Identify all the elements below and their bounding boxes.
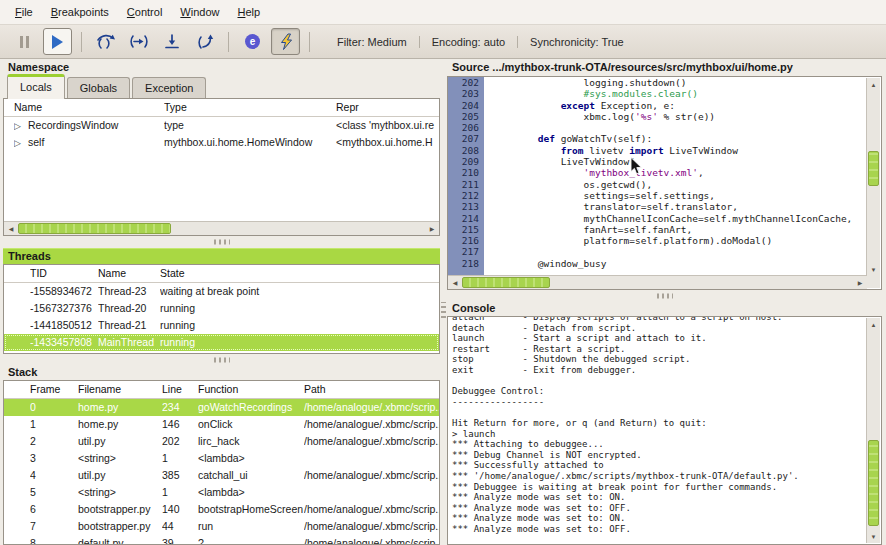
tab-exception[interactable]: Exception bbox=[132, 77, 206, 98]
source-line[interactable]: 217 bbox=[448, 246, 867, 257]
line-number-cell: 385 bbox=[162, 467, 198, 484]
splitter-namespace-threads[interactable] bbox=[3, 236, 440, 248]
menu-item-breakpoints[interactable]: Breakpoints bbox=[42, 3, 118, 21]
source-line[interactable]: 216 platform=self.platform).doModal() bbox=[448, 235, 867, 246]
source-line[interactable]: 215 fanArt=self.fanArt, bbox=[448, 224, 867, 235]
column-header[interactable]: TID bbox=[30, 265, 98, 282]
scroll-up-icon[interactable]: ▲ bbox=[867, 78, 880, 91]
column-header[interactable]: Name bbox=[98, 265, 160, 282]
thread-tid-cell: -1567327376 bbox=[30, 300, 98, 317]
thread-state-cell: running bbox=[160, 317, 439, 334]
trap-exceptions-button[interactable] bbox=[271, 28, 300, 55]
source-line[interactable]: 218 @window_busy bbox=[448, 258, 867, 269]
table-row[interactable]: -1567327376Thread-20running bbox=[4, 300, 439, 317]
go-button[interactable] bbox=[43, 28, 72, 55]
source-vscrollbar[interactable]: ▲ ▼ bbox=[866, 78, 880, 276]
splitter-vertical[interactable] bbox=[440, 58, 447, 545]
scroll-up-icon[interactable]: ▲ bbox=[867, 318, 880, 331]
menu-item-file[interactable]: File bbox=[6, 3, 42, 21]
break-button[interactable] bbox=[10, 28, 39, 55]
source-line[interactable]: 205 xbmc.log('%s' % str(e)) bbox=[448, 111, 867, 122]
thread-state-cell: running bbox=[160, 334, 439, 351]
table-row[interactable]: 0home.py234goWatchRecordings/home/analog… bbox=[4, 399, 439, 416]
table-row[interactable]: 4util.py385catchall_ui/home/analogue/.xb… bbox=[4, 467, 439, 484]
scroll-right-icon[interactable]: ▶ bbox=[853, 276, 867, 289]
table-row[interactable]: -1558934672Thread-23waiting at break poi… bbox=[4, 283, 439, 300]
source-line[interactable]: 208 from livetv import LiveTvWindow bbox=[448, 145, 867, 156]
thread-state-cell: waiting at break point bbox=[160, 283, 439, 300]
table-row[interactable]: 3<string>1<lambda> bbox=[4, 450, 439, 467]
column-header[interactable]: Path bbox=[304, 381, 439, 398]
table-row[interactable]: 6bootstrapper.py140bootstrapHomeScreen/h… bbox=[4, 501, 439, 518]
table-row[interactable]: 2util.py202lirc_hack/home/analogue/.xbmc… bbox=[4, 433, 439, 450]
column-header[interactable]: Name bbox=[14, 99, 164, 116]
table-row[interactable]: 1home.py146onClick/home/analogue/.xbmc/s… bbox=[4, 416, 439, 433]
scroll-right-icon[interactable]: ▶ bbox=[425, 222, 439, 235]
scroll-down-icon[interactable]: ▼ bbox=[867, 530, 880, 543]
table-row[interactable]: 7bootstrapper.py44run/home/analogue/.xbm… bbox=[4, 518, 439, 535]
frame-number-cell: 8 bbox=[30, 535, 78, 545]
menu-item-help[interactable]: Help bbox=[228, 3, 269, 21]
line-number: 214 bbox=[448, 213, 484, 224]
source-code-text: LiveTvWindow( bbox=[484, 156, 635, 167]
namespace-table-header: Name Type Repr bbox=[4, 99, 439, 117]
source-line[interactable]: 207 def goWatchTv(self): bbox=[448, 133, 867, 144]
table-row[interactable]: -1433457808MainThreadrunning bbox=[4, 334, 439, 351]
namespace-hscrollbar[interactable]: ◀ ▶ bbox=[4, 221, 439, 235]
source-line[interactable]: 212 settings=self.settings, bbox=[448, 190, 867, 201]
column-header[interactable]: Type bbox=[164, 99, 336, 116]
source-line[interactable]: 204 except Exception, e: bbox=[448, 100, 867, 111]
console-output[interactable]: attach - Display scripts or attach to a … bbox=[448, 316, 866, 544]
source-line[interactable]: 209 LiveTvWindow( bbox=[448, 156, 867, 167]
column-header[interactable]: Filename bbox=[78, 381, 162, 398]
table-row[interactable]: 5<string>1<lambda> bbox=[4, 484, 439, 501]
filter-status-label: Filter: Medium bbox=[325, 36, 419, 48]
column-header[interactable]: Function bbox=[198, 381, 304, 398]
source-line[interactable]: 210 'mythbox_livetv.xml', bbox=[448, 167, 867, 178]
splitter-source-console[interactable] bbox=[447, 290, 882, 301]
tab-globals[interactable]: Globals bbox=[67, 77, 130, 98]
table-row[interactable]: 8default.py39?/home/analogue/.xbmc/scrip… bbox=[4, 535, 439, 545]
table-row[interactable]: -1441850512Thread-21running bbox=[4, 317, 439, 334]
expander-icon[interactable]: ▷ bbox=[14, 118, 28, 134]
source-line[interactable]: 213 translator=self.translator, bbox=[448, 201, 867, 212]
source-line[interactable]: 202 logging.shutdown() bbox=[448, 77, 867, 88]
source-line[interactable]: 203 #sys.modules.clear() bbox=[448, 88, 867, 99]
step-over-icon bbox=[94, 33, 118, 50]
column-header[interactable]: Line bbox=[162, 381, 198, 398]
expander-icon[interactable]: ▷ bbox=[14, 135, 28, 151]
run-to-line-button[interactable] bbox=[190, 28, 219, 55]
scroll-left-icon[interactable]: ◀ bbox=[4, 222, 18, 235]
scroll-down-icon[interactable]: ▼ bbox=[867, 263, 880, 276]
menu-item-control[interactable]: Control bbox=[118, 3, 171, 21]
menu-item-window[interactable]: Window bbox=[171, 3, 228, 21]
step-over-button[interactable] bbox=[91, 28, 120, 55]
source-line[interactable]: 211 os.getcwd(), bbox=[448, 179, 867, 190]
step-into-button[interactable] bbox=[124, 28, 153, 55]
source-line[interactable]: 214 mythChannelIconCache=self.mythChanne… bbox=[448, 213, 867, 224]
function-cell: goWatchRecordings bbox=[198, 399, 304, 416]
filename-cell: default.py bbox=[78, 535, 162, 545]
tab-locals[interactable]: Locals bbox=[7, 74, 65, 99]
splitter-threads-stack[interactable] bbox=[3, 354, 440, 365]
column-header[interactable]: Repr bbox=[336, 99, 439, 116]
source-line[interactable]: 206 bbox=[448, 122, 867, 133]
table-row[interactable]: ▷RecordingsWindowtype<class 'mythbox.ui.… bbox=[4, 117, 439, 134]
column-header[interactable]: Frame bbox=[30, 381, 78, 398]
path-cell bbox=[304, 450, 439, 467]
thread-name-cell: Thread-20 bbox=[98, 300, 160, 317]
source-code-view[interactable]: 202 logging.shutdown()203 #sys.modules.c… bbox=[448, 77, 867, 276]
step-return-button[interactable] bbox=[157, 28, 186, 55]
scroll-left-icon[interactable]: ◀ bbox=[448, 276, 462, 289]
threads-title: Threads bbox=[3, 248, 440, 264]
line-number-cell: 140 bbox=[162, 501, 198, 518]
source-hscrollbar[interactable]: ◀ ▶ bbox=[448, 275, 867, 289]
column-header[interactable]: State bbox=[160, 265, 439, 282]
console-vscrollbar[interactable]: ▲ ▼ bbox=[866, 318, 880, 543]
variable-name-cell: ▷self bbox=[14, 134, 164, 151]
table-row[interactable]: ▷selfmythbox.ui.home.HomeWindow<mythbox.… bbox=[4, 134, 439, 151]
stack-table-header: Frame Filename Line Function Path bbox=[4, 381, 439, 399]
source-code-text: 'mythbox_livetv.xml', bbox=[484, 167, 704, 178]
step-into-icon bbox=[128, 33, 150, 50]
encoding-button[interactable]: e bbox=[238, 28, 267, 55]
